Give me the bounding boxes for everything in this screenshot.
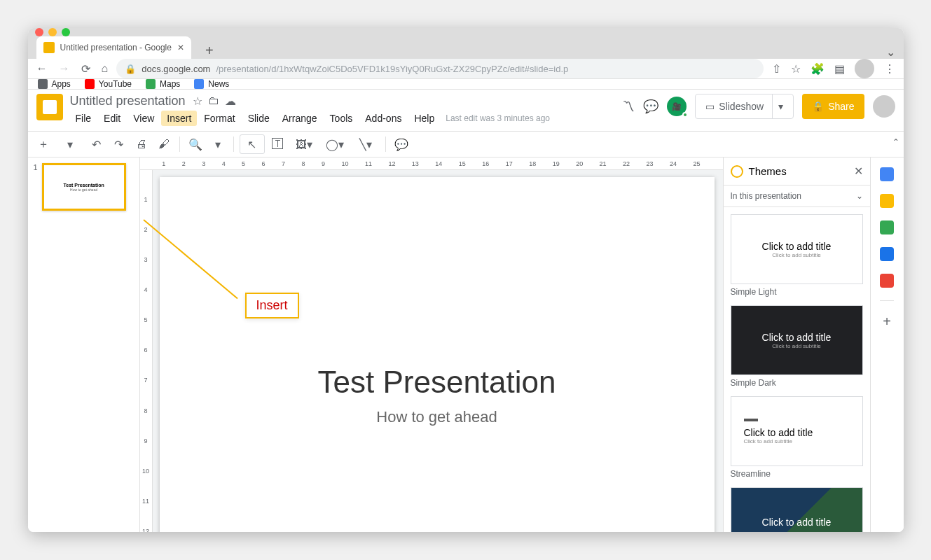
ruler-tick: 9 (322, 160, 325, 167)
menu-addons[interactable]: Add-ons (359, 111, 407, 126)
browser-tab-strip: Untitled presentation - Google ✕ + ⌄ (28, 36, 904, 59)
slide-title-placeholder[interactable]: Test Presentation (318, 365, 556, 400)
get-addons-icon[interactable]: + (883, 314, 891, 330)
tab-overflow-dropdown[interactable]: ⌄ (886, 46, 895, 59)
themes-section-toggle[interactable]: In this presentation ⌄ (724, 185, 870, 207)
lock-share-icon: 🔒 (812, 101, 824, 112)
new-slide-layout-dropdown[interactable]: ▾ (56, 134, 84, 154)
bookmark-star-icon[interactable]: ☆ (791, 62, 801, 76)
contacts-icon[interactable] (880, 247, 894, 261)
themes-title: Themes (749, 165, 787, 177)
ruler-tick: 14 (435, 160, 442, 167)
maps-icon[interactable] (880, 274, 894, 288)
zoom-dropdown[interactable]: ▾ (208, 134, 228, 154)
theme-preview-title: Click to add title (762, 517, 832, 528)
url-input[interactable]: 🔒 docs.google.com/presentation/d/1hxWtqw… (116, 59, 763, 78)
undo-button[interactable]: ↶ (87, 134, 106, 154)
close-tab-icon[interactable]: ✕ (177, 43, 184, 52)
theme-option[interactable]: Click to add titleClick to add subtitleS… (731, 305, 863, 388)
slide-thumbnail[interactable]: 1 Test Presentation How to get ahead (34, 163, 134, 211)
browser-tab-active[interactable]: Untitled presentation - Google ✕ (36, 36, 191, 59)
themes-list: Click to add titleClick to add subtitleS… (724, 207, 870, 532)
annotation-callout: Insert (245, 293, 299, 318)
slide-subtitle-placeholder[interactable]: How to get ahead (376, 408, 497, 426)
theme-option[interactable]: Click to add titleFocus (731, 487, 863, 532)
move-folder-icon[interactable]: 🗀 (208, 94, 219, 108)
text-box-tool[interactable]: 🅃 (268, 134, 287, 154)
bookmark-news[interactable]: News (194, 79, 229, 89)
ruler-tick: 12 (142, 528, 149, 532)
toolbar-separator (179, 136, 180, 152)
new-slide-button[interactable]: ＋ (34, 134, 53, 154)
document-title-input[interactable]: Untitled presentation (70, 94, 186, 108)
menu-slide[interactable]: Slide (242, 111, 275, 126)
tasks-icon[interactable] (880, 220, 894, 234)
profile-avatar[interactable] (855, 59, 874, 78)
reload-button[interactable]: ⟳ (81, 62, 90, 76)
chevron-down-icon: ⌄ (856, 191, 863, 201)
ruler-tick: 11 (142, 498, 149, 505)
slide-canvas[interactable]: Test Presentation How to get ahead (160, 177, 715, 532)
line-tool-dropdown[interactable]: ╲▾ (352, 134, 380, 154)
ruler-tick: 10 (341, 160, 348, 167)
zoom-button[interactable]: 🔍 (186, 134, 205, 154)
traffic-lights (35, 28, 70, 36)
bookmark-maps[interactable]: Maps (146, 79, 180, 89)
filmstrip: 1 Test Presentation How to get ahead (28, 158, 140, 532)
browser-menu-icon[interactable]: ⋮ (884, 62, 895, 76)
ruler-tick: 10 (142, 468, 149, 475)
ruler-tick: 8 (302, 160, 305, 167)
presence-indicator[interactable]: 🎥 (667, 97, 687, 116)
theme-preview: Click to add titleClick to add subtitle (731, 305, 863, 375)
new-tab-button[interactable]: + (205, 43, 214, 59)
apps-launcher[interactable]: Apps (38, 79, 71, 89)
cloud-saved-icon[interactable]: ☁ (225, 94, 236, 108)
toolbar: ＋ ▾ ↶ ↷ 🖨 🖌 🔍 ▾ ↖ 🅃 🖼▾ ◯▾ ╲▾ 💬 ˆ (28, 131, 904, 158)
menu-edit[interactable]: Edit (98, 111, 126, 126)
minimize-window-button[interactable] (48, 28, 57, 36)
menu-help[interactable]: Help (408, 111, 440, 126)
menu-tools[interactable]: Tools (324, 111, 359, 126)
home-button[interactable]: ⌂ (102, 62, 109, 75)
last-edit-label[interactable]: Last edit was 3 minutes ago (446, 113, 550, 123)
menu-format[interactable]: Format (198, 111, 240, 126)
back-button[interactable]: ← (36, 62, 48, 75)
paint-format-button[interactable]: 🖌 (154, 134, 174, 154)
menu-arrange[interactable]: Arrange (277, 111, 323, 126)
menu-insert[interactable]: Insert (161, 111, 197, 126)
ruler-tick: 18 (529, 160, 536, 167)
extensions-icon[interactable]: 🧩 (811, 62, 825, 76)
present-icon: ▭ (705, 101, 715, 112)
hide-menus-button[interactable]: ˆ (894, 138, 897, 150)
slideshow-dropdown[interactable]: ▾ (772, 94, 783, 118)
redo-button[interactable]: ↷ (109, 134, 129, 154)
menu-file[interactable]: File (70, 111, 97, 126)
share-button[interactable]: 🔒 Share (802, 94, 864, 119)
add-comment-button[interactable]: 💬 (392, 134, 411, 154)
keep-icon[interactable] (880, 194, 894, 208)
share-page-icon[interactable]: ⇧ (772, 62, 781, 76)
bookmark-youtube[interactable]: YouTube (85, 79, 132, 89)
url-path: /presentation/d/1hxWtqwZoiC5Do5VFD1k19sY… (216, 64, 568, 74)
ruler-tick: 24 (670, 160, 677, 167)
maximize-window-button[interactable] (62, 28, 70, 36)
ruler-tick: 22 (623, 160, 630, 167)
close-window-button[interactable] (35, 28, 43, 36)
menu-view[interactable]: View (127, 111, 160, 126)
image-insert-dropdown[interactable]: 🖼▾ (290, 134, 318, 154)
slideshow-button[interactable]: ▭ Slideshow ▾ (695, 94, 794, 119)
theme-option[interactable]: Click to add titleClick to add subtitleS… (731, 396, 863, 479)
reading-list-icon[interactable]: ▤ (834, 62, 845, 76)
account-avatar[interactable] (873, 95, 895, 118)
close-themes-button[interactable]: ✕ (854, 164, 863, 178)
calendar-icon[interactable] (880, 167, 894, 181)
slides-logo-icon[interactable] (36, 94, 63, 120)
shape-tool-dropdown[interactable]: ◯▾ (321, 134, 349, 154)
theme-option[interactable]: Click to add titleClick to add subtitleS… (731, 214, 863, 297)
open-comments-icon[interactable]: 💬 (643, 99, 658, 114)
print-button[interactable]: 🖨 (132, 134, 151, 154)
theme-preview: Click to add titleClick to add subtitle (731, 214, 863, 284)
select-tool[interactable]: ↖ (240, 134, 265, 154)
activity-dashboard-icon[interactable]: 〽 (622, 99, 635, 114)
star-icon[interactable]: ☆ (193, 94, 202, 108)
